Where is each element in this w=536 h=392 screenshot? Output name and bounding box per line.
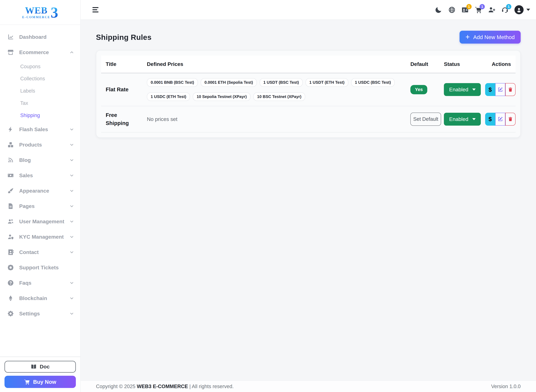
sidebar-item-label: Blog [19,157,31,163]
brand-digit: 3 [51,6,58,19]
price-badge: 1 USDT (ETH Test) [306,78,348,87]
chevron-down-icon [70,143,74,147]
brand-name: WEB [25,6,47,15]
sidebar-item-label: Blockchain [19,295,47,301]
sidebar-item-ecommerce[interactable]: Ecommerce [0,45,80,59]
chart-line-icon [7,34,14,40]
sidebar-item-support-tickets[interactable]: Support Tickets [0,261,80,275]
main-area: 111 Shipping Rules + Add New Method Titl… [81,0,536,392]
sidebar-item-label: Dashboard [19,34,47,40]
headset-icon[interactable]: 1 [501,6,508,14]
id-card-icon[interactable]: 1 [461,6,469,14]
column-header-default: Default [406,56,439,73]
notification-badge: 1 [480,4,485,9]
sidebar-item-settings[interactable]: Settings [0,307,80,321]
sidebar-subitem-tax[interactable]: Tax [0,97,80,109]
sidebar-item-contact[interactable]: Contact [0,245,80,259]
cart-icon[interactable]: 1 [475,6,482,14]
sidebar: WEB E-COMMERCE 3 DashboardEcommerceCoupo… [0,0,81,392]
sidebar-item-blockchain[interactable]: Blockchain [0,291,80,305]
doc-button[interactable]: Doc [5,361,76,373]
status-dropdown[interactable]: Enabled [444,83,481,96]
column-header-defined-prices: Defined Prices [142,56,406,73]
add-new-method-label: Add New Method [473,34,515,40]
sidebar-item-label: Appearance [19,188,49,194]
notification-badge: 1 [466,4,472,9]
default-yes-badge: Yes [410,85,427,94]
price-badge: 0.0001 ETH (Sepolia Test) [201,78,257,87]
avatar [514,5,524,14]
sidebar-item-faqs[interactable]: Faqs [0,276,80,290]
prices-action-button[interactable]: $ [485,83,495,96]
chevron-up-icon [70,50,74,55]
buy-now-button[interactable]: Buy Now [5,376,76,388]
version-text: Version 1.0.0 [491,383,521,389]
sidebar-item-pages[interactable]: Pages [0,199,80,213]
defined-prices: 0.0001 BNB (BSC Test)0.0001 ETH (Sepolia… [147,78,401,101]
sidebar-subitem-coupons[interactable]: Coupons [0,61,80,72]
chevron-down-icon [70,219,74,224]
money-icon [7,172,14,179]
chevron-down-icon [70,173,74,178]
sidebar-nav: DashboardEcommerceCouponsCollectionsLabe… [0,25,80,357]
sidebar-item-kyc-management[interactable]: KYC Management [0,230,80,244]
delete-action-button[interactable] [505,113,515,126]
sidebar-item-user-management[interactable]: User Management [0,215,80,229]
moon-icon[interactable] [435,6,442,14]
add-new-method-button[interactable]: + Add New Method [460,31,521,44]
notification-badge: 1 [506,4,511,9]
edit-action-button[interactable] [495,113,505,126]
globe-icon[interactable] [448,6,456,14]
sidebar-submenu-ecommerce: CouponsCollectionsLabelsTaxShipping [0,61,80,121]
plus-icon: + [466,33,470,41]
address-book-icon [7,249,14,256]
copyright-text: Copyright © 2025 WEB3 E-COMMERCE | All r… [96,383,234,389]
no-prices-text: No prices set [147,116,177,122]
edit-action-button[interactable] [495,83,505,96]
ethereum-icon [7,295,14,302]
prices-action-button[interactable]: $ [485,113,495,126]
column-header-status: Status [439,56,481,73]
delete-action-button[interactable] [505,83,515,96]
sidebar-item-appearance[interactable]: Appearance [0,184,80,198]
bolt-icon [7,126,14,133]
sidebar-item-flash-sales[interactable]: Flash Sales [0,122,80,136]
sidebar-item-blog[interactable]: Blog [0,153,80,167]
topbar-icons: 111 [435,6,508,14]
chevron-down-icon [70,311,74,316]
user-menu[interactable] [514,5,530,14]
file-icon [7,203,14,210]
sidebar-item-products[interactable]: Products [0,138,80,152]
sidebar-item-label: Ecommerce [19,49,49,55]
users-gear-icon [7,218,14,225]
cart-icon [24,379,30,385]
shipping-rules-table: TitleDefined PricesDefaultStatusActions … [101,56,515,133]
sidebar-subitem-collections[interactable]: Collections [0,73,80,84]
rule-title: Free Shipping [106,111,138,127]
blog-icon [7,157,14,163]
brand-logo[interactable]: WEB E-COMMERCE 3 [0,0,80,25]
brush-icon [7,187,14,194]
sidebar-subitem-labels[interactable]: Labels [0,85,80,97]
sidebar-item-label: User Management [19,219,64,224]
price-badge: 1 USDC (BSC Test) [351,78,395,87]
sidebar-item-sales[interactable]: Sales [0,168,80,182]
user-plus-icon[interactable] [488,6,495,14]
copyright-brand: WEB3 E-COMMERCE [137,383,188,389]
menu-toggle-icon[interactable] [93,7,98,12]
sidebar-item-dashboard[interactable]: Dashboard [0,30,80,44]
caret-down-icon [472,118,476,120]
buy-now-label: Buy Now [33,379,56,385]
chevron-down-icon [70,235,74,239]
chevron-down-icon [70,281,74,285]
set-default-button[interactable]: Set Default [410,112,441,126]
sidebar-item-label: KYC Management [19,234,64,240]
status-label: Enabled [449,87,468,93]
price-badge: 10 BSC Testnet (XPayr) [253,92,305,101]
table-row: Flat Rate0.0001 BNB (BSC Test)0.0001 ETH… [101,73,515,106]
sidebar-item-label: Settings [19,311,40,317]
actions-group: $ [485,113,516,126]
sidebar-subitem-shipping[interactable]: Shipping [0,110,80,121]
sidebar-item-label: Sales [19,173,33,178]
status-dropdown[interactable]: Enabled [444,113,481,126]
